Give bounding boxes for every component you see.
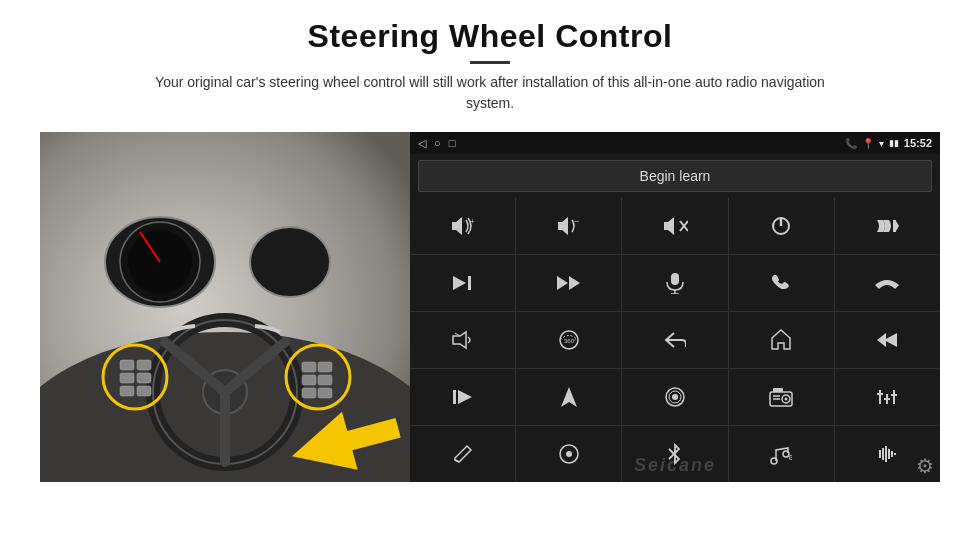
hangup-button[interactable] bbox=[835, 255, 940, 311]
home-nav-icon[interactable]: ○ bbox=[434, 137, 441, 149]
svg-rect-15 bbox=[120, 360, 134, 370]
svg-rect-23 bbox=[302, 375, 316, 385]
back-nav-icon[interactable]: ◁ bbox=[418, 137, 426, 150]
svg-rect-58 bbox=[773, 388, 783, 392]
begin-learn-button[interactable]: Begin learn bbox=[418, 160, 932, 192]
svg-marker-36 bbox=[453, 276, 466, 290]
page-title: Steering Wheel Control bbox=[130, 18, 850, 55]
equalizer-button[interactable] bbox=[835, 369, 940, 425]
svg-rect-20 bbox=[137, 386, 151, 396]
skip-prev-button[interactable] bbox=[835, 312, 940, 368]
fast-forward-button[interactable] bbox=[410, 369, 515, 425]
settings-gear-button[interactable]: ⚙ bbox=[916, 454, 934, 478]
back-button[interactable] bbox=[622, 312, 727, 368]
svg-line-69 bbox=[455, 460, 459, 462]
svg-marker-53 bbox=[561, 387, 577, 407]
svg-marker-38 bbox=[557, 276, 568, 290]
begin-learn-row: Begin learn bbox=[410, 154, 940, 198]
call-button[interactable] bbox=[729, 255, 834, 311]
svg-point-3 bbox=[250, 227, 330, 297]
horn-button[interactable] bbox=[410, 312, 515, 368]
car-image bbox=[40, 132, 410, 482]
svg-rect-16 bbox=[137, 360, 151, 370]
svg-rect-18 bbox=[137, 373, 151, 383]
wifi-icon: ▾ bbox=[879, 138, 884, 149]
ff-button[interactable] bbox=[516, 255, 621, 311]
mute-button[interactable] bbox=[622, 198, 727, 254]
nav-button[interactable] bbox=[516, 369, 621, 425]
svg-rect-34 bbox=[893, 220, 896, 232]
phone-icon: 📞 bbox=[845, 138, 857, 149]
home-button[interactable] bbox=[729, 312, 834, 368]
radio-button[interactable] bbox=[729, 369, 834, 425]
svg-rect-22 bbox=[318, 362, 332, 372]
svg-marker-48 bbox=[772, 330, 790, 349]
svg-rect-24 bbox=[318, 375, 332, 385]
music-button[interactable]: ⚙ bbox=[729, 426, 834, 482]
status-bar-nav: ◁ ○ □ bbox=[418, 137, 455, 150]
svg-point-60 bbox=[785, 398, 788, 401]
svg-rect-21 bbox=[302, 362, 316, 372]
svg-marker-44 bbox=[453, 332, 466, 348]
svg-text:360°: 360° bbox=[564, 338, 577, 344]
svg-rect-37 bbox=[468, 276, 471, 290]
circle-button[interactable] bbox=[516, 426, 621, 482]
svg-marker-39 bbox=[569, 276, 580, 290]
skip-next-button[interactable] bbox=[410, 255, 515, 311]
status-bar-right: 📞 📍 ▾ ▮▮ 15:52 bbox=[845, 137, 932, 149]
location-icon: 📍 bbox=[862, 138, 874, 149]
call-prev-button[interactable] bbox=[835, 198, 940, 254]
svg-rect-25 bbox=[302, 388, 316, 398]
icon-grid: + − bbox=[410, 198, 940, 482]
recents-nav-icon[interactable]: □ bbox=[449, 137, 456, 149]
360-button[interactable]: 360° bbox=[516, 312, 621, 368]
subtitle-text: Your original car's steering wheel contr… bbox=[130, 72, 850, 114]
svg-text:+: + bbox=[470, 217, 475, 226]
vol-down-button[interactable]: − bbox=[516, 198, 621, 254]
vol-up-button[interactable]: + bbox=[410, 198, 515, 254]
time-display: 15:52 bbox=[904, 137, 932, 149]
svg-point-71 bbox=[566, 451, 572, 457]
bluetooth-button[interactable] bbox=[622, 426, 727, 482]
svg-marker-35 bbox=[896, 221, 899, 231]
svg-marker-52 bbox=[458, 390, 472, 404]
svg-rect-51 bbox=[453, 390, 456, 404]
svg-point-55 bbox=[672, 394, 678, 400]
source-button[interactable] bbox=[622, 369, 727, 425]
svg-text:−: − bbox=[574, 216, 579, 226]
head-unit-panel: ◁ ○ □ 📞 📍 ▾ ▮▮ 15:52 Begin learn bbox=[410, 132, 940, 482]
battery-icon: ▮▮ bbox=[889, 138, 899, 148]
svg-rect-26 bbox=[318, 388, 332, 398]
svg-rect-17 bbox=[120, 373, 134, 383]
power-button[interactable] bbox=[729, 198, 834, 254]
svg-rect-19 bbox=[120, 386, 134, 396]
pen-button[interactable] bbox=[410, 426, 515, 482]
title-divider bbox=[470, 61, 510, 64]
svg-marker-50 bbox=[877, 333, 886, 347]
status-bar: ◁ ○ □ 📞 📍 ▾ ▮▮ 15:52 bbox=[410, 132, 940, 154]
svg-text:⚙: ⚙ bbox=[788, 454, 792, 461]
mic-button[interactable] bbox=[622, 255, 727, 311]
svg-rect-41 bbox=[671, 273, 679, 285]
